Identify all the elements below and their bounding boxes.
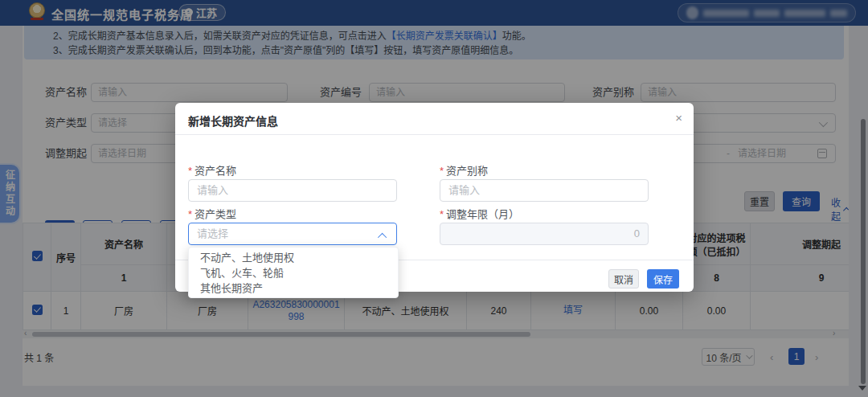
modal-adjust-months-input: 0 <box>440 223 649 245</box>
modal-header: 新增长期资产信息 × <box>175 103 694 135</box>
modal-asset-name-label: *资产名称 <box>188 162 236 178</box>
dropdown-option-vehicles[interactable]: 飞机、火车、轮船 <box>189 265 398 280</box>
modal-asset-type-label: *资产类型 <box>188 206 236 221</box>
dropdown-option-real-estate[interactable]: 不动产、土地使用权 <box>189 250 398 265</box>
chevron-up-icon <box>378 233 387 242</box>
cancel-button[interactable]: 取消 <box>608 269 639 289</box>
modal-asset-name-input[interactable]: 请输入 <box>188 179 397 202</box>
asset-type-dropdown: 不动产、土地使用权 飞机、火车、轮船 其他长期资产 <box>188 247 399 298</box>
save-button[interactable]: 保存 <box>647 269 679 289</box>
add-asset-modal: 新增长期资产信息 × *资产名称 请输入 *资产别称 请输入 *资产类型 请选择… <box>175 103 694 292</box>
modal-asset-type-select[interactable]: 请选择 <box>188 223 397 245</box>
modal-asset-alias-label: *资产别称 <box>440 162 488 178</box>
modal-title: 新增长期资产信息 <box>188 113 278 129</box>
modal-asset-alias-input[interactable]: 请输入 <box>440 179 649 202</box>
dropdown-option-other[interactable]: 其他长期资产 <box>189 280 398 296</box>
modal-adjust-months-label: *调整年限（月） <box>440 206 519 221</box>
close-icon[interactable]: × <box>675 111 682 125</box>
